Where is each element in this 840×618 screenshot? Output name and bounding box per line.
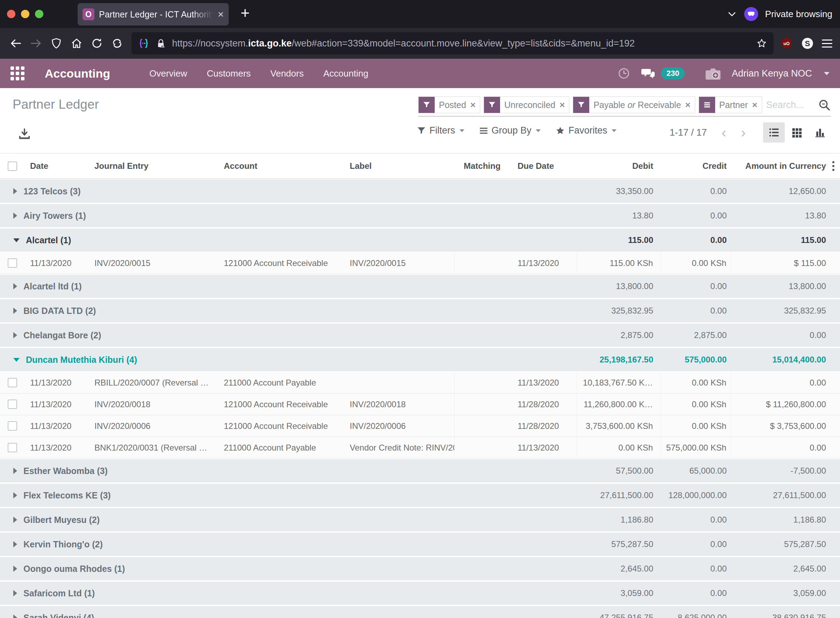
search-input[interactable] [766, 100, 813, 110]
user-menu[interactable]: Adrian Kenya NOC [731, 68, 812, 79]
group-row[interactable]: Safaricom Ltd (1)3,059.000.003,059.00 [0, 581, 840, 605]
column-header-account[interactable]: Account [215, 153, 337, 178]
app-name[interactable]: Accounting [45, 67, 110, 80]
column-header-journal-entry[interactable]: Journal Entry [91, 153, 215, 178]
group-row[interactable]: Airy Towers (1)13.800.0013.80 [0, 204, 840, 228]
favorites-dropdown[interactable]: Favorites [555, 125, 617, 136]
expand-arrow-icon[interactable] [13, 541, 17, 547]
column-header-debit[interactable]: Debit [577, 153, 661, 178]
facet-remove-icon[interactable]: × [470, 100, 476, 110]
collapse-arrow-icon[interactable] [13, 238, 19, 242]
search-icon[interactable] [818, 98, 831, 111]
group-row[interactable]: Flex Telecoms KE (3)27,611,500.00128,000… [0, 483, 840, 508]
group-row[interactable]: Esther Wabomba (3)57,500.0065,000.00-7,5… [0, 459, 840, 483]
pivot-view-button[interactable] [786, 122, 808, 143]
maximize-window-button[interactable] [35, 10, 43, 18]
expand-arrow-icon[interactable] [13, 283, 17, 290]
table-row[interactable]: 11/13/2020RBILL/2020/0007 (Reversal …211… [0, 372, 840, 394]
menu-accounting[interactable]: Accounting [323, 68, 368, 79]
search-facet[interactable]: Posted× [418, 97, 480, 113]
optional-columns-icon[interactable] [832, 161, 834, 171]
group-row[interactable]: Sarah Videnyi (4)47,255,916.758,625,000.… [0, 605, 840, 618]
group-row[interactable]: Oongo ouma Rhodes (1)2,645.000.002,645.0… [0, 557, 840, 581]
group-row[interactable]: Duncan Mutethia Kiburi (4)25,198,167.505… [0, 348, 840, 372]
s-extension-icon[interactable]: S [801, 37, 814, 50]
column-header-matching[interactable]: Matching [455, 153, 500, 178]
group-row[interactable]: Gilbert Muyesu (2)1,186.800.001,186.80 [0, 508, 840, 532]
group-row[interactable]: Kervin Thiong'o (2)575,287.500.00575,287… [0, 532, 840, 557]
tab-list-chevron-icon[interactable] [727, 9, 737, 19]
column-header-date[interactable]: Date [24, 153, 91, 178]
table-row[interactable]: 11/13/2020INV/2020/0006121000 Account Re… [0, 415, 840, 437]
group-row[interactable]: Alcartel (1)115.000.00115.00 [0, 228, 840, 253]
lock-warning-icon[interactable] [155, 38, 167, 49]
sync-tabs-icon[interactable] [107, 33, 127, 53]
graph-view-button[interactable] [809, 122, 831, 143]
facet-remove-icon[interactable]: × [752, 100, 757, 110]
menu-hamburger-icon[interactable] [822, 40, 832, 48]
expand-arrow-icon[interactable] [13, 212, 17, 219]
facet-remove-icon[interactable]: × [559, 100, 565, 110]
menu-customers[interactable]: Customers [207, 68, 251, 79]
column-header-amount-in-currency[interactable]: Amount in Currency [731, 153, 840, 178]
group-by-dropdown[interactable]: Group By [479, 125, 541, 136]
search-facet[interactable]: Partner× [699, 97, 762, 113]
list-view-button[interactable] [763, 122, 785, 143]
pager-next-button[interactable]: › [736, 125, 751, 140]
search-bar[interactable]: Posted×Unreconciled×Payable or Receivabl… [418, 97, 831, 116]
row-checkbox[interactable] [8, 421, 17, 431]
search-facet[interactable]: Unreconciled× [484, 97, 569, 113]
tab-close-icon[interactable]: × [217, 9, 224, 19]
extension-icon[interactable] [138, 37, 150, 49]
column-header-credit[interactable]: Credit [661, 153, 731, 178]
search-facet[interactable]: Payable or Receivable× [573, 97, 695, 113]
new-tab-button[interactable]: + [241, 4, 250, 22]
ublock-extension-icon[interactable]: uO [780, 37, 793, 50]
menu-vendors[interactable]: Vendors [270, 68, 303, 79]
expand-arrow-icon[interactable] [13, 332, 17, 338]
table-row[interactable]: 11/13/2020BNK1/2020/0031 (Reversal …2110… [0, 437, 840, 459]
pager-previous-button[interactable]: ‹ [717, 125, 731, 140]
table-row[interactable]: 11/13/2020INV/2020/0015121000 Account Re… [0, 253, 840, 274]
apps-grid-icon[interactable] [10, 67, 24, 80]
group-row[interactable]: BIG DATA LTD (2)325,832.950.00325,832.95 [0, 299, 840, 323]
url-bar[interactable]: https://nocsystem.icta.go.ke/web#action=… [131, 32, 773, 55]
group-row[interactable]: Chelangat Bore (2)2,875.002,875.000.00 [0, 323, 840, 348]
activities-clock-icon[interactable] [618, 67, 630, 80]
minimize-window-button[interactable] [21, 10, 30, 18]
forward-button[interactable] [26, 33, 46, 53]
menu-overview[interactable]: Overview [149, 68, 187, 79]
select-all-checkbox[interactable] [8, 162, 17, 171]
browser-tab[interactable]: O Partner Ledger - ICT Authority N × [77, 3, 229, 25]
row-checkbox[interactable] [8, 443, 17, 452]
row-checkbox[interactable] [8, 400, 17, 409]
facet-remove-icon[interactable]: × [685, 100, 690, 110]
expand-arrow-icon[interactable] [13, 492, 17, 498]
row-checkbox[interactable] [8, 378, 17, 387]
messages-count-badge[interactable]: 230 [661, 67, 685, 79]
reload-button[interactable] [87, 33, 107, 53]
column-header-due-date[interactable]: Due Date [500, 153, 577, 178]
column-header-label[interactable]: Label [337, 153, 455, 178]
expand-arrow-icon[interactable] [13, 517, 17, 523]
expand-arrow-icon[interactable] [13, 566, 17, 572]
table-row[interactable]: 11/13/2020INV/2020/0018121000 Account Re… [0, 394, 840, 415]
messages-icon[interactable] [641, 67, 656, 80]
group-row[interactable]: Alcartel ltd (1)13,800.000.0013,800.00 [0, 274, 840, 299]
expand-arrow-icon[interactable] [13, 590, 17, 596]
shield-icon[interactable] [46, 33, 67, 53]
avatar-camera-icon[interactable] [705, 67, 721, 80]
expand-arrow-icon[interactable] [13, 468, 17, 474]
url-text[interactable]: https://nocsystem.icta.go.ke/web#action=… [172, 38, 751, 49]
close-window-button[interactable] [7, 10, 15, 18]
home-button[interactable] [67, 33, 87, 53]
bookmark-star-icon[interactable] [756, 38, 767, 49]
row-checkbox[interactable] [8, 258, 17, 268]
back-button[interactable] [6, 33, 26, 53]
collapse-arrow-icon[interactable] [13, 358, 19, 362]
export-button[interactable] [18, 127, 31, 141]
filters-dropdown[interactable]: Filters [417, 125, 464, 136]
expand-arrow-icon[interactable] [13, 308, 17, 314]
expand-arrow-icon[interactable] [13, 615, 17, 618]
group-row[interactable]: 123 Telcos (3)33,350.000.0012,650.00 [0, 179, 840, 204]
